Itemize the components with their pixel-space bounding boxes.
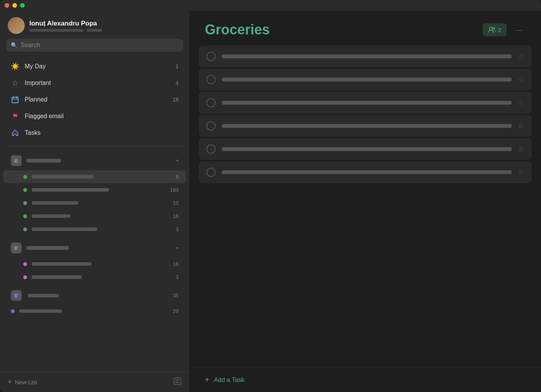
- list-item-7[interactable]: 3: [3, 271, 186, 283]
- add-task-footer[interactable]: + Add a Task: [189, 367, 541, 392]
- user-section: Ionuț Alexandru Popa: [0, 11, 189, 39]
- tasks-container: ☆ ☆ ☆ ☆: [189, 46, 541, 367]
- maximize-button[interactable]: [20, 3, 25, 8]
- nav-label-my-day: My Day: [25, 63, 165, 70]
- list-group-header-2[interactable]: ▾: [3, 239, 186, 257]
- template-icon[interactable]: [173, 377, 182, 387]
- svg-rect-9: [14, 247, 18, 248]
- task-text-1: [222, 54, 512, 58]
- list-item-1[interactable]: 6: [3, 170, 186, 183]
- add-task-plus-icon: +: [205, 375, 209, 384]
- task-text-5: [222, 147, 512, 151]
- task-checkbox-5[interactable]: [206, 144, 216, 154]
- nav-count-planned: 18: [171, 97, 179, 103]
- list-item-count-6: 16: [169, 261, 179, 267]
- nav-label-important: Important: [25, 80, 165, 87]
- task-row-6[interactable]: ☆: [199, 161, 532, 183]
- task-row-4[interactable]: ☆: [199, 115, 532, 137]
- list-item-2[interactable]: 183: [3, 183, 186, 196]
- search-box[interactable]: 🔍: [6, 39, 183, 52]
- search-icon: 🔍: [11, 42, 17, 48]
- group-label-2: [26, 246, 172, 250]
- list-group-header-1[interactable]: ▾: [3, 151, 186, 170]
- list-item-name-8: [28, 294, 165, 297]
- new-list-button[interactable]: + New List: [8, 378, 37, 386]
- task-star-2[interactable]: ☆: [518, 75, 524, 84]
- sun-icon: ☀️: [11, 62, 19, 71]
- divider: [6, 146, 183, 146]
- list-item-9[interactable]: 29: [3, 305, 186, 317]
- sidebar-item-my-day[interactable]: ☀️ My Day 1: [3, 58, 186, 75]
- add-task-label: Add a Task: [214, 377, 245, 384]
- list-dot-4: [23, 214, 27, 218]
- svg-point-21: [493, 27, 495, 29]
- list-item-name-6: [32, 262, 165, 266]
- nav-section: ☀️ My Day 1 ☆ Important 4: [0, 56, 189, 143]
- group-icon-1: [11, 155, 22, 166]
- nav-label-flagged: Flagged email: [25, 113, 165, 120]
- home-icon: [11, 129, 19, 137]
- nav-label-planned: Planned: [25, 96, 165, 103]
- task-star-1[interactable]: ☆: [518, 52, 524, 61]
- list-item-name-9: [19, 309, 165, 313]
- task-row-3[interactable]: ☆: [199, 92, 532, 114]
- list-item-name-1: [32, 175, 165, 178]
- task-star-5[interactable]: ☆: [518, 145, 524, 153]
- sidebar-item-flagged-email[interactable]: ⚑ Flagged email: [3, 108, 186, 124]
- svg-rect-17: [175, 379, 180, 380]
- members-button[interactable]: 2: [483, 23, 507, 36]
- star-icon: ☆: [11, 79, 19, 87]
- sidebar-item-planned[interactable]: Planned 18: [3, 92, 186, 108]
- task-row-2[interactable]: ☆: [199, 69, 532, 90]
- page-title: Groceries: [205, 22, 270, 38]
- task-row-1[interactable]: ☆: [199, 46, 532, 67]
- task-checkbox-4[interactable]: [206, 121, 216, 131]
- more-options-button[interactable]: ···: [513, 24, 526, 36]
- task-star-3[interactable]: ☆: [518, 98, 524, 107]
- list-dot-5: [23, 227, 27, 231]
- list-item-count-9: 29: [169, 308, 179, 314]
- nav-label-tasks: Tasks: [25, 129, 165, 136]
- close-button[interactable]: [5, 3, 9, 8]
- list-item-name-5: [32, 227, 165, 231]
- list-item-count-4: 16: [169, 213, 179, 219]
- task-checkbox-1[interactable]: [206, 52, 216, 61]
- task-text-4: [222, 124, 512, 128]
- sidebar-item-important[interactable]: ☆ Important 4: [3, 75, 186, 91]
- list-item-count-2: 183: [169, 187, 179, 193]
- task-checkbox-2[interactable]: [206, 75, 216, 84]
- sidebar: Ionuț Alexandru Popa 🔍 ☀️ My D: [0, 11, 189, 392]
- list-item-8[interactable]: 35: [3, 287, 186, 304]
- list-dot-9: [11, 309, 15, 313]
- list-item-3[interactable]: 10: [3, 197, 186, 209]
- main-header: Groceries 2 ···: [189, 11, 541, 46]
- svg-rect-18: [175, 381, 178, 382]
- list-item-6[interactable]: 16: [3, 258, 186, 270]
- nav-count-my-day: 1: [171, 63, 179, 70]
- list-dot-2: [23, 188, 27, 192]
- task-row-5[interactable]: ☆: [199, 138, 532, 160]
- list-item-count-7: 3: [169, 274, 179, 280]
- task-checkbox-3[interactable]: [206, 98, 216, 107]
- chevron-icon-2: ▾: [176, 245, 179, 251]
- list-dot-3: [23, 201, 27, 205]
- svg-rect-10: [14, 248, 17, 249]
- search-input[interactable]: [20, 42, 179, 49]
- task-text-2: [222, 78, 512, 81]
- svg-rect-7: [14, 162, 17, 163]
- list-item-4[interactable]: 16: [3, 210, 186, 222]
- svg-rect-6: [14, 161, 17, 161]
- minimize-button[interactable]: [12, 3, 17, 8]
- list-dot-1: [23, 175, 27, 179]
- user-info: Ionuț Alexandru Popa: [29, 20, 182, 32]
- members-count: 2: [498, 27, 501, 33]
- sidebar-item-tasks[interactable]: Tasks: [3, 125, 186, 141]
- avatar: [8, 17, 25, 34]
- list-item-5[interactable]: 3: [3, 223, 186, 236]
- svg-rect-14: [14, 295, 17, 296]
- svg-point-20: [490, 27, 492, 30]
- task-star-4[interactable]: ☆: [518, 122, 524, 130]
- task-checkbox-6[interactable]: [206, 168, 216, 177]
- task-star-6[interactable]: ☆: [518, 168, 524, 176]
- user-name: Ionuț Alexandru Popa: [29, 20, 182, 27]
